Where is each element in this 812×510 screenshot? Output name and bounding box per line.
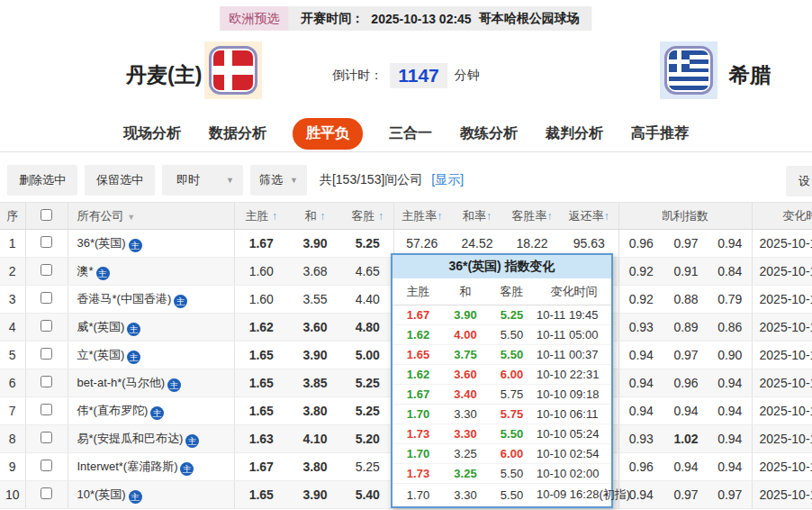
row-seq: 8 xyxy=(0,425,25,453)
company-name[interactable]: 威*(英国)主 xyxy=(68,314,234,342)
kelly-1: 0.93 xyxy=(618,314,663,342)
live-dropdown[interactable]: 即时 ▼ xyxy=(162,165,243,196)
toolbar: 删除选中 保留选中 即时 ▼ 筛选 ▼ 共[153/153]间公司 [显示] 设 xyxy=(0,166,812,195)
odds-draw: 3.68 xyxy=(288,258,342,286)
popup-header-away: 客胜 xyxy=(487,278,537,305)
popup-odds-home: 1.65 xyxy=(392,345,444,365)
tab-5[interactable]: 裁判分析 xyxy=(544,118,605,150)
row-checkbox[interactable] xyxy=(41,348,52,360)
popup-odds-home: 1.70 xyxy=(392,405,444,424)
popup-odds-home: 1.67 xyxy=(392,385,444,405)
popup-change-time: 10-10 22:31 xyxy=(537,365,611,385)
home-badge-icon: 主 xyxy=(167,378,181,392)
tab-2-active[interactable]: 胜平负 xyxy=(293,118,363,150)
popup-odds-away: 5.50 xyxy=(487,484,537,506)
header-home-rate[interactable]: 主胜率↑ xyxy=(393,203,450,230)
header-draw[interactable]: 和 ↑ xyxy=(288,203,342,230)
popup-change-time: 10-09 16:28(初指) xyxy=(537,484,611,506)
company-name[interactable]: 10*(英国)主 xyxy=(68,481,234,509)
company-name[interactable]: 易*(安提瓜和巴布达)主 xyxy=(68,425,234,453)
row-checkbox[interactable] xyxy=(41,460,52,471)
popup-row: 1.733.255.5010-10 02:00 xyxy=(392,464,611,484)
odds-away: 5.20 xyxy=(342,425,393,453)
company-name[interactable]: 香港马*(中国香港)主 xyxy=(68,286,234,314)
company-name[interactable]: 伟*(直布罗陀)主 xyxy=(68,397,234,425)
popup-odds-home: 1.62 xyxy=(392,325,444,345)
change-date: 2025-10-12 xyxy=(752,425,812,453)
row-checkbox-cell xyxy=(25,369,68,397)
odds-home: 1.67 xyxy=(234,230,288,258)
analysis-tabs: 现场分析数据分析胜平负三合一教练分析裁判分析高手推荐 xyxy=(0,116,812,152)
kickoff-time: 2025-10-13 02:45 xyxy=(371,12,471,26)
header-home-win[interactable]: 主胜 ↑ xyxy=(234,203,288,230)
home-badge-icon: 主 xyxy=(127,351,140,364)
kelly-2: 0.94 xyxy=(663,397,708,425)
popup-row: 1.624.005.5010-11 05:00 xyxy=(392,325,611,345)
row-checkbox[interactable] xyxy=(41,264,52,276)
popup-header-draw: 和 xyxy=(444,278,487,305)
odds-draw: 3.80 xyxy=(288,453,342,481)
tab-6[interactable]: 高手推荐 xyxy=(629,118,690,150)
kelly-3: 0.94 xyxy=(708,397,752,425)
settings-button[interactable]: 设 xyxy=(786,166,812,196)
odds-away: 5.25 xyxy=(342,230,393,258)
popup-change-time: 10-11 05:00 xyxy=(537,325,611,345)
tab-4[interactable]: 教练分析 xyxy=(458,118,519,150)
odds-draw: 3.90 xyxy=(288,342,342,369)
company-label: 威*(英国) xyxy=(77,320,125,333)
odds-away: 5.00 xyxy=(342,342,393,369)
header-company[interactable]: 所有公司 ▼ xyxy=(68,203,234,230)
tab-0[interactable]: 现场分析 xyxy=(122,118,183,150)
header-change-time: 变化时间 xyxy=(752,203,812,230)
row-checkbox[interactable] xyxy=(41,432,52,443)
tab-1[interactable]: 数据分析 xyxy=(207,118,268,150)
row-checkbox[interactable] xyxy=(41,487,52,499)
row-checkbox[interactable] xyxy=(41,320,52,332)
greece-flag-icon xyxy=(664,46,713,95)
kickoff-info: 开赛时间： 2025-10-13 02:45 哥本哈根公园球场 xyxy=(288,6,591,31)
denmark-flag-icon xyxy=(209,46,257,95)
popup-change-time: 10-11 00:37 xyxy=(537,345,611,365)
tab-3[interactable]: 三合一 xyxy=(387,118,434,150)
popup-title: 36*(英国) 指数变化 xyxy=(392,255,611,278)
filter-dropdown[interactable]: 筛选 ▼ xyxy=(250,165,307,196)
kelly-3: 0.94 xyxy=(708,425,752,453)
company-name[interactable]: Interwet*(塞浦路斯)主 xyxy=(68,453,234,481)
popup-change-time: 10-11 19:45 xyxy=(537,305,611,325)
row-checkbox[interactable] xyxy=(41,292,52,304)
header-away-rate[interactable]: 客胜率↑ xyxy=(504,203,560,230)
show-link[interactable]: [显示] xyxy=(431,172,464,188)
company-name[interactable]: 澳*主 xyxy=(68,258,234,286)
kelly-2: 1.02 xyxy=(663,425,708,453)
company-name[interactable]: 立*(英国)主 xyxy=(68,342,234,369)
header-checkbox-cell xyxy=(25,203,68,230)
row-checkbox[interactable] xyxy=(41,404,52,415)
odds-home: 1.67 xyxy=(234,453,288,481)
popup-odds-home: 1.73 xyxy=(392,464,444,484)
kelly-3: 0.97 xyxy=(708,481,752,509)
odds-away: 4.65 xyxy=(342,258,393,286)
company-label: 澳* xyxy=(77,264,94,278)
delete-selected-button[interactable]: 删除选中 xyxy=(7,165,77,196)
countdown-value: 1147 xyxy=(390,63,447,88)
kelly-1: 0.92 xyxy=(618,286,663,314)
kelly-1: 0.94 xyxy=(618,369,663,397)
company-name[interactable]: bet-at-h*(马尔他)主 xyxy=(68,369,234,397)
header-draw-rate[interactable]: 和率↑ xyxy=(450,203,504,230)
header-return-rate[interactable]: 返还率↑ xyxy=(560,203,618,230)
company-label: 伟*(直布罗陀) xyxy=(77,404,149,417)
popup-odds-draw: 3.40 xyxy=(444,385,487,405)
company-name[interactable]: 36*(英国)主 xyxy=(68,230,234,258)
row-seq: 7 xyxy=(0,397,25,425)
popup-row: 1.703.256.0010-10 02:54 xyxy=(392,444,611,464)
row-checkbox[interactable] xyxy=(41,376,52,387)
popup-odds-away: 5.75 xyxy=(487,385,537,405)
select-all-checkbox[interactable] xyxy=(41,209,52,221)
row-seq: 9 xyxy=(0,453,25,481)
home-badge-icon: 主 xyxy=(150,406,164,420)
change-date: 2025-10-12 xyxy=(752,397,812,425)
keep-selected-button[interactable]: 保留选中 xyxy=(85,165,155,196)
home-badge-icon: 主 xyxy=(174,295,187,308)
row-checkbox[interactable] xyxy=(41,236,52,248)
header-away-win[interactable]: 客胜 ↑ xyxy=(342,203,393,230)
